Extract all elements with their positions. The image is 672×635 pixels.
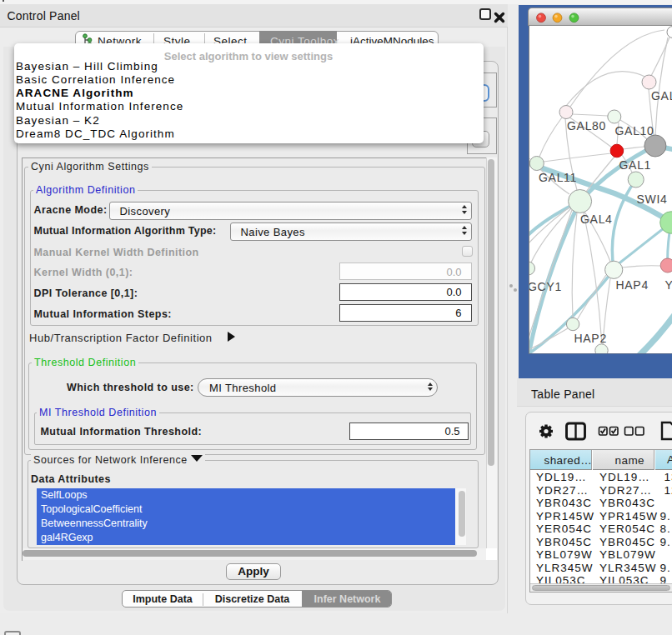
svg-text:GCY1: GCY1 bbox=[529, 280, 562, 293]
svg-text:GAL7: GAL7 bbox=[651, 89, 672, 102]
svg-text:GAL10: GAL10 bbox=[615, 124, 654, 138]
svg-text:HAP4: HAP4 bbox=[616, 278, 649, 292]
svg-text:GAL4: GAL4 bbox=[580, 212, 613, 226]
svg-text:Y: Y bbox=[665, 278, 672, 292]
svg-text:GAL11: GAL11 bbox=[539, 171, 577, 184]
svg-text:HAP2: HAP2 bbox=[574, 332, 607, 345]
svg-text:SWI4: SWI4 bbox=[637, 192, 668, 206]
svg-text:GAL80: GAL80 bbox=[567, 119, 606, 132]
svg-text:GAL1: GAL1 bbox=[619, 158, 652, 172]
